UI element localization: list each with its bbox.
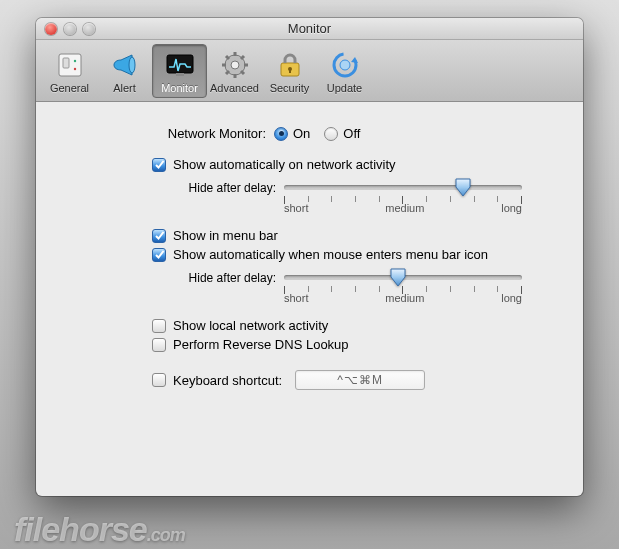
slider-tick-labels: short medium long	[284, 292, 522, 304]
slider-thumb[interactable]	[454, 178, 472, 197]
tab-security[interactable]: Security	[262, 44, 317, 98]
svg-line-15	[241, 56, 244, 59]
svg-rect-0	[59, 54, 81, 76]
svg-marker-21	[351, 57, 358, 63]
radio-on[interactable]: On	[274, 126, 310, 141]
radio-off[interactable]: Off	[324, 126, 360, 141]
tab-label: Advanced	[210, 82, 259, 94]
checkbox-icon	[152, 229, 166, 243]
checkbox-icon	[152, 158, 166, 172]
svg-rect-6	[176, 73, 184, 76]
slider-hide-delay-2[interactable]	[284, 268, 522, 288]
tab-alert[interactable]: Alert	[97, 44, 152, 98]
checkbox-show-on-hover[interactable]: Show automatically when mouse enters men…	[152, 247, 555, 262]
network-monitor-label: Network Monitor:	[64, 126, 274, 141]
toolbar: General Alert Monitor Advanced Security	[36, 40, 583, 102]
checkbox-label: Keyboard shortcut:	[173, 373, 282, 388]
checkbox-keyboard-shortcut[interactable]: Keyboard shortcut: ^⌥⌘M	[152, 370, 555, 390]
radio-icon	[274, 127, 288, 141]
monitor-icon	[164, 49, 196, 81]
slider-rail	[284, 185, 522, 190]
svg-point-8	[231, 61, 239, 69]
radio-label: Off	[343, 126, 360, 141]
checkbox-label: Perform Reverse DNS Lookup	[173, 337, 349, 352]
tab-general[interactable]: General	[42, 44, 97, 98]
preferences-window: Monitor General Alert Monitor Advanced	[36, 18, 583, 496]
checkbox-icon	[152, 248, 166, 262]
checkbox-show-menu-bar[interactable]: Show in menu bar	[152, 228, 555, 243]
megaphone-icon	[109, 49, 141, 81]
checkbox-show-local[interactable]: Show local network activity	[152, 318, 555, 333]
checkbox-icon	[152, 373, 166, 387]
content-pane: Network Monitor: On Off Show automatical…	[36, 102, 583, 390]
checkbox-label: Show local network activity	[173, 318, 328, 333]
svg-line-13	[226, 56, 229, 59]
lock-icon	[274, 49, 306, 81]
update-icon	[329, 49, 361, 81]
switch-icon	[54, 49, 86, 81]
gear-icon	[219, 49, 251, 81]
titlebar[interactable]: Monitor	[36, 18, 583, 40]
svg-rect-1	[63, 58, 69, 68]
tab-advanced[interactable]: Advanced	[207, 44, 262, 98]
tab-monitor[interactable]: Monitor	[152, 44, 207, 98]
tab-update[interactable]: Update	[317, 44, 372, 98]
svg-point-22	[340, 60, 350, 70]
radio-label: On	[293, 126, 310, 141]
slider-tick-labels: short medium long	[284, 202, 522, 214]
hide-delay-label-1: Hide after delay:	[152, 181, 284, 195]
tab-label: Security	[270, 82, 310, 94]
watermark: filehorse.com	[14, 510, 185, 549]
slider-thumb[interactable]	[389, 268, 407, 287]
radio-icon	[324, 127, 338, 141]
checkbox-label: Show in menu bar	[173, 228, 278, 243]
svg-line-14	[241, 71, 244, 74]
svg-point-3	[73, 68, 75, 70]
shortcut-field[interactable]: ^⌥⌘M	[295, 370, 425, 390]
checkbox-icon	[152, 338, 166, 352]
tab-label: Update	[327, 82, 362, 94]
svg-line-16	[226, 71, 229, 74]
hide-delay-label-2: Hide after delay:	[152, 271, 284, 285]
tab-label: General	[50, 82, 89, 94]
tab-label: Monitor	[161, 82, 198, 94]
checkbox-icon	[152, 319, 166, 333]
svg-point-2	[73, 60, 75, 62]
checkbox-show-on-activity[interactable]: Show automatically on network activity	[152, 157, 555, 172]
checkbox-reverse-dns[interactable]: Perform Reverse DNS Lookup	[152, 337, 555, 352]
svg-rect-19	[289, 69, 291, 73]
svg-point-4	[129, 57, 135, 73]
slider-hide-delay-1[interactable]	[284, 178, 522, 198]
tab-label: Alert	[113, 82, 136, 94]
window-title: Monitor	[36, 21, 583, 36]
checkbox-label: Show automatically when mouse enters men…	[173, 247, 488, 262]
checkbox-label: Show automatically on network activity	[173, 157, 396, 172]
